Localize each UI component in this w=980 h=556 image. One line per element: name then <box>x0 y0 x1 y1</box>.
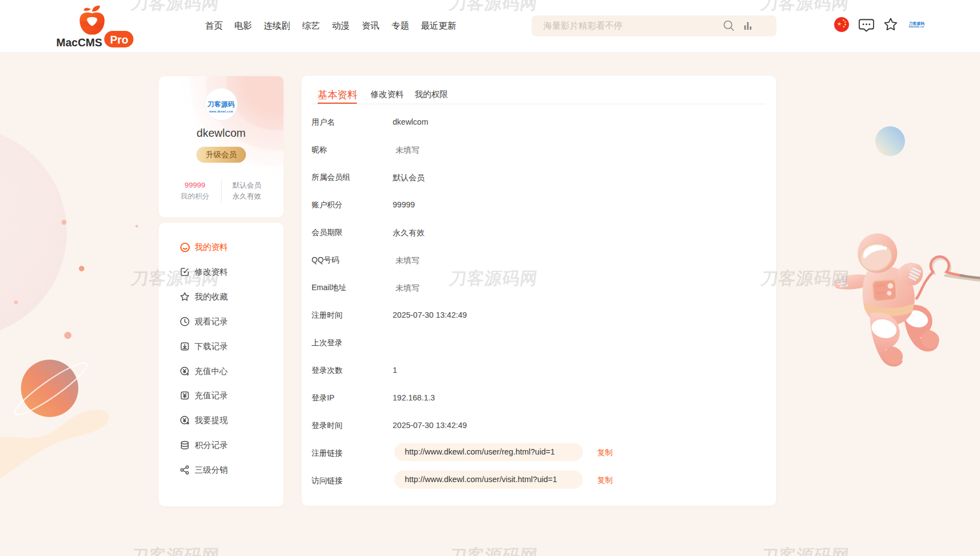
svg-text:WWW.DKEWL.COM: WWW.DKEWL.COM <box>909 26 924 28</box>
svg-text:Pro: Pro <box>110 34 128 46</box>
svg-text:刀客源码: 刀客源码 <box>908 21 925 26</box>
svg-text:MacCMS: MacCMS <box>56 36 102 49</box>
